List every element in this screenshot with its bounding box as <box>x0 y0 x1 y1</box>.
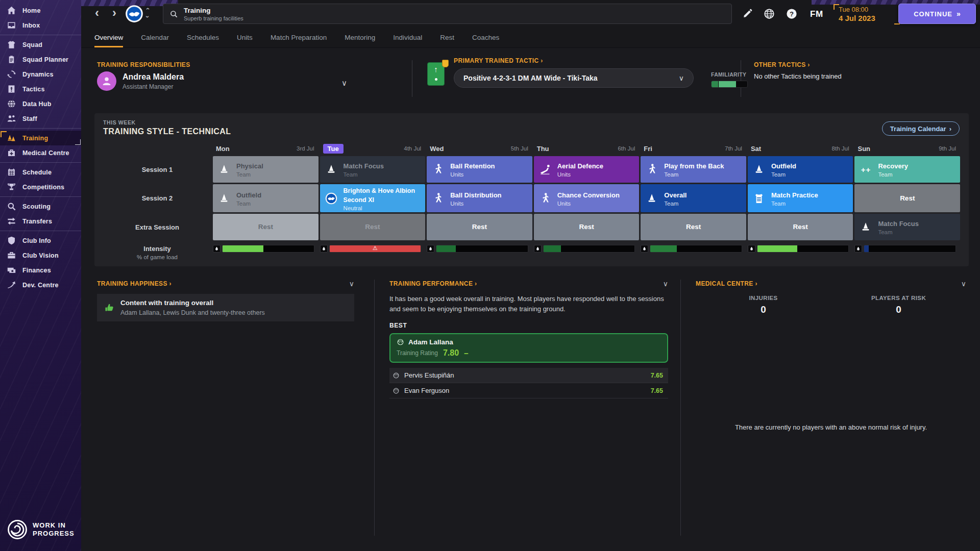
extra-session-rest[interactable]: Rest <box>641 214 746 240</box>
session-subtitle: Units <box>557 171 603 178</box>
sidebar-item-competitions[interactable]: Competitions <box>0 180 81 194</box>
sidebar-item-data-hub[interactable]: Data Hub <box>0 96 81 111</box>
extra-session-rest[interactable]: Rest <box>427 214 532 240</box>
help-icon[interactable]: ? <box>786 8 797 19</box>
search-icon <box>169 10 178 18</box>
tab-calendar[interactable]: Calendar <box>141 28 169 47</box>
other-tactics-heading[interactable]: OTHER TACTICS › <box>754 61 842 68</box>
session1-aerial-defence[interactable]: Aerial DefenceUnits <box>534 156 640 183</box>
happiness-item[interactable]: Content with training overall Adam Lalla… <box>97 294 354 321</box>
week-panel: THIS WEEK TRAINING STYLE - TECHNICAL Tra… <box>94 113 969 266</box>
session2-outfield[interactable]: OutfieldTeam <box>213 184 318 212</box>
chevron-down-icon[interactable]: ∨ <box>663 280 668 288</box>
sidebar-item-medical-centre[interactable]: Medical Centre <box>0 145 81 160</box>
performance-row-evan-ferguson[interactable]: Evan Ferguson7.65 <box>389 383 668 398</box>
chevron-up-icon[interactable]: › <box>144 8 151 10</box>
divider <box>412 60 412 97</box>
sidebar-item-training[interactable]: Training <box>0 131 81 145</box>
club-badge-icon[interactable] <box>125 5 143 23</box>
edit-icon[interactable] <box>742 8 753 19</box>
session2-chance-conversion[interactable]: Chance ConversionUnits <box>534 184 640 212</box>
sidebar-item-finances[interactable]: Finances <box>0 263 81 278</box>
home-icon <box>7 6 16 15</box>
sidebar-item-label: Competitions <box>22 184 64 191</box>
tab-rest[interactable]: Rest <box>440 28 454 47</box>
session2-brighton-hove-albion-second-xi[interactable]: Brighton & Hove Albion Second XINeutral <box>320 184 426 212</box>
sidebar-item-club-vision[interactable]: Club Vision <box>0 248 81 263</box>
sidebar-item-schedule[interactable]: Schedule <box>0 165 81 180</box>
extra-session-rest[interactable]: Rest <box>320 214 426 240</box>
tab-mentoring[interactable]: Mentoring <box>345 28 375 47</box>
session-subtitle: Team <box>878 171 908 178</box>
drill-icon <box>646 163 658 176</box>
sidebar-item-club-info[interactable]: Club Info <box>0 233 81 248</box>
sidebar-item-scouting[interactable]: Scouting <box>0 199 81 214</box>
session1-match-focus[interactable]: Match FocusTeam <box>320 156 426 183</box>
tactic-heading[interactable]: PRIMARY TRAINED TACTIC › <box>454 57 733 64</box>
row-label: Session 1 <box>103 156 211 183</box>
divider <box>0 231 81 231</box>
sidebar-item-staff[interactable]: Staff <box>0 111 81 126</box>
sidebar-item-home[interactable]: Home <box>0 3 81 18</box>
tab-units[interactable]: Units <box>237 28 253 47</box>
sidebar-item-tactics[interactable]: Tactics <box>0 82 81 96</box>
sidebar-item-transfers[interactable]: Transfers <box>0 214 81 229</box>
session2-overall[interactable]: OverallTeam <box>641 184 746 212</box>
sidebar-item-dynamics[interactable]: Dynamics <box>0 67 81 82</box>
best-player-card[interactable]: Adam Lallana Training Rating 7.80 − <box>389 333 668 363</box>
chevron-down-icon: ∨ <box>679 74 684 82</box>
session1-play-from-the-back[interactable]: Play from the BackTeam <box>641 156 746 183</box>
chevron-down-icon[interactable]: ∨ <box>349 280 354 288</box>
tab-coaches[interactable]: Coaches <box>472 28 499 47</box>
sidebar-item-squad-planner[interactable]: Squad Planner <box>0 52 81 67</box>
continue-button[interactable]: CONTINUE » <box>898 4 976 24</box>
happiness-heading[interactable]: TRAINING HAPPINESS › <box>97 280 172 287</box>
day-date: 8th Jul <box>832 145 849 152</box>
sidebar-item-inbox[interactable]: Inbox <box>0 18 81 33</box>
search-bar[interactable]: Training Superb training facilities <box>163 4 732 24</box>
drill-icon <box>539 192 551 205</box>
tab-match-preparation[interactable]: Match Preparation <box>271 28 327 47</box>
day-name: Thu <box>537 145 549 153</box>
header-collapse-control[interactable]: › › <box>146 5 149 20</box>
extra-session-rest[interactable]: Rest <box>534 214 640 240</box>
session1-recovery[interactable]: ++RecoveryTeam <box>854 156 960 183</box>
sidebar-item-squad[interactable]: Squad <box>0 37 81 52</box>
medical-heading[interactable]: MEDICAL CENTRE › <box>696 280 757 287</box>
tactic-dropdown[interactable]: Positive 4-2-3-1 DM AM Wide - Tiki-Taka … <box>454 68 694 88</box>
session-subtitle: Neutral <box>344 205 421 211</box>
responsibilities-heading[interactable]: TRAINING RESPONSIBILITIES <box>97 61 383 68</box>
session2-match-practice[interactable]: Match PracticeTeam <box>748 184 853 212</box>
session2-rest[interactable]: Rest <box>854 184 960 212</box>
world-icon[interactable] <box>764 8 775 19</box>
performance-heading[interactable]: TRAINING PERFORMANCE › <box>389 280 477 287</box>
fm-logo[interactable]: FM <box>810 9 823 19</box>
chevron-down-icon[interactable]: › <box>144 16 151 18</box>
responsible-name[interactable]: Andrea Maldera <box>122 72 184 82</box>
sidebar-item-dev-centre[interactable]: Dev. Centre <box>0 278 81 292</box>
tab-schedules[interactable]: Schedules <box>187 28 219 47</box>
extra-session-rest[interactable]: Rest <box>748 214 853 240</box>
day-header-mon: Mon3rd Jul <box>213 142 318 155</box>
sidebar-item-label: Club Vision <box>22 252 59 259</box>
session1-ball-retention[interactable]: Ball RetentionUnits <box>427 156 532 183</box>
day-date: 4th Jul <box>404 145 421 152</box>
sidebar-item-label: Squad Planner <box>22 56 68 63</box>
chevron-right-icon: › <box>949 125 951 133</box>
back-button[interactable]: ‹ <box>90 5 104 21</box>
tab-overview[interactable]: Overview <box>94 28 123 47</box>
chevron-down-icon[interactable]: ∨ <box>341 79 347 88</box>
chevron-down-icon[interactable]: ∨ <box>961 280 966 288</box>
spiral-logo-icon <box>7 519 28 540</box>
training-performance-section: TRAINING PERFORMANCE › ∨ It has been a g… <box>389 280 668 398</box>
session1-physical[interactable]: PhysicalTeam <box>213 156 318 183</box>
forward-button[interactable]: › <box>108 5 121 21</box>
best-label: BEST <box>389 322 668 329</box>
tab-individual[interactable]: Individual <box>393 28 422 47</box>
session1-outfield[interactable]: OutfieldTeam <box>748 156 853 183</box>
extra-session-rest[interactable]: Rest <box>213 214 318 240</box>
training-calendar-button[interactable]: Training Calendar › <box>882 121 960 136</box>
performance-row-pervis-estupi-n[interactable]: Pervis Estupiñán7.65 <box>389 368 668 383</box>
session2-ball-distribution[interactable]: Ball DistributionUnits <box>427 184 532 212</box>
extra-session-match-focus[interactable]: Match FocusTeam <box>854 214 960 240</box>
